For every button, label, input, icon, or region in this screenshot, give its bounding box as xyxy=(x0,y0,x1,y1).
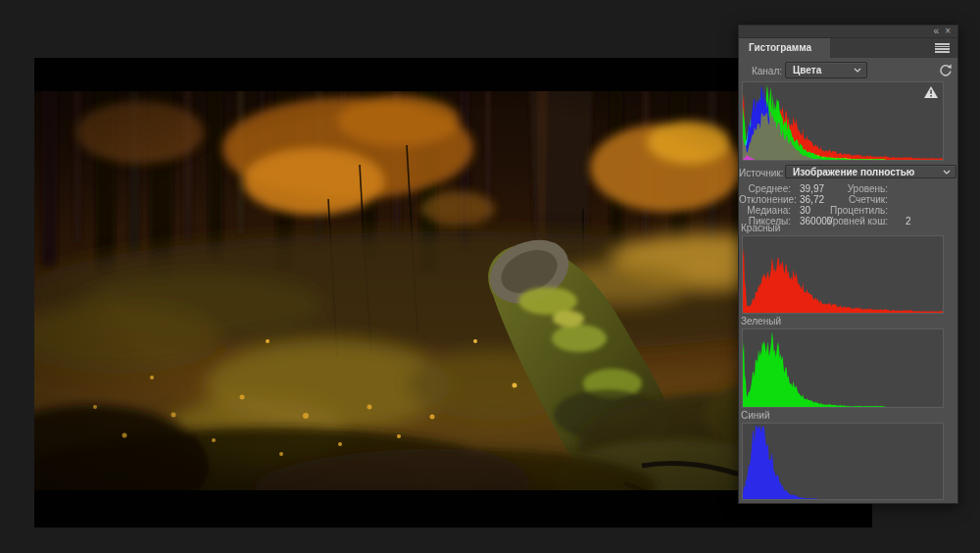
close-panel-icon[interactable]: × xyxy=(945,26,951,36)
stat-row-stddev: Отклонение: 36,72 Счетчик: xyxy=(739,194,959,205)
histogram-red-box[interactable] xyxy=(742,235,944,314)
stat-label: Среднее: xyxy=(739,183,791,194)
refresh-icon xyxy=(938,63,953,77)
chevron-down-icon xyxy=(943,170,951,175)
histogram-green-chart xyxy=(743,329,943,407)
source-label: Источник: xyxy=(739,168,782,178)
photoshop-workspace: « × Гистограмма Канал: Цвета xyxy=(0,0,980,553)
refresh-histogram-button[interactable] xyxy=(938,63,953,77)
stat-label: Процентиль: xyxy=(808,205,888,216)
histogram-blue-box[interactable] xyxy=(742,423,944,500)
stat-label: Медиана: xyxy=(739,205,791,216)
collapse-panel-icon[interactable]: « xyxy=(934,26,940,36)
green-channel-label: Зеленый xyxy=(741,316,781,327)
panel-titlebar: « × xyxy=(739,25,957,38)
blue-channel-label: Синий xyxy=(741,410,770,421)
stat-label: Уровень: xyxy=(808,183,888,194)
stat-label: Уровней кэш: xyxy=(808,216,888,226)
source-select-value: Изображение полностью xyxy=(793,167,939,177)
cached-data-warning-icon[interactable] xyxy=(924,86,938,98)
panel-menu-icon[interactable] xyxy=(935,43,950,53)
panel-tabbar: Гистограмма xyxy=(739,38,957,58)
channel-select-value: Цвета xyxy=(793,65,850,75)
stat-label: Отклонение: xyxy=(739,194,791,205)
chevron-down-icon xyxy=(854,68,861,73)
red-channel-label: Красный xyxy=(741,223,780,233)
histogram-green-box[interactable] xyxy=(742,328,944,408)
histogram-panel: « × Гистограмма Канал: Цвета xyxy=(738,25,958,504)
channel-label: Канал: xyxy=(739,66,782,76)
source-select[interactable]: Изображение полностью xyxy=(785,165,956,178)
histogram-colors-box[interactable] xyxy=(742,81,944,161)
histogram-blue-chart xyxy=(743,424,943,499)
stat-row-median: Медиана: 30 Процентиль: xyxy=(739,205,959,216)
tab-histogram[interactable]: Гистограмма xyxy=(739,38,830,58)
stat-label: Счетчик: xyxy=(808,194,888,205)
channel-select[interactable]: Цвета xyxy=(785,62,867,78)
histogram-colors-chart xyxy=(743,82,943,160)
stat-row-mean: Среднее: 39,97 Уровень: xyxy=(739,183,959,194)
stat-value: 2 xyxy=(906,216,911,226)
histogram-red-chart xyxy=(743,236,943,313)
